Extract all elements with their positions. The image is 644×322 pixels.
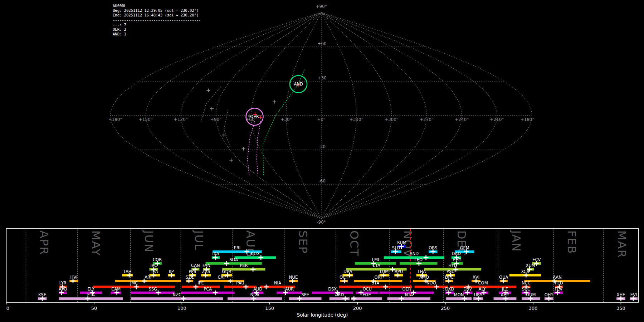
shower-code-label: XHE xyxy=(617,292,625,297)
shower-code-label: LYR xyxy=(59,280,67,286)
map-ra-label: +240° xyxy=(455,117,469,122)
sporadic-meteor-mark xyxy=(273,100,276,104)
shower-code-label: KSE xyxy=(38,292,46,297)
map-dec-label: -30 xyxy=(318,144,326,149)
shower-code-label: GUM xyxy=(526,292,536,297)
matched-meteor-mark xyxy=(258,115,262,119)
shower-code-label: KUM xyxy=(397,240,406,245)
activity-timeline-chart: APRMAYJUNJULAUGSEPOCTNOVDECJANFEBMARKUME… xyxy=(6,229,639,318)
shower-code-label: OCT xyxy=(340,275,348,280)
shower-code-label: IXA xyxy=(212,251,219,256)
x-axis-tick-label: 300 xyxy=(529,306,538,311)
shower-code-label: EGE xyxy=(362,292,371,297)
shower-code-label: ECV xyxy=(532,257,541,262)
shower-code-label: EHY xyxy=(453,257,462,262)
shower-code-label: AVB xyxy=(59,287,67,292)
shower-activity-bar xyxy=(206,262,262,265)
shower-code-label: ALY xyxy=(479,287,486,292)
shower-code-label: IRC xyxy=(150,263,157,268)
shower-activity-bar xyxy=(131,292,175,294)
map-dec-label: +30 xyxy=(317,75,326,80)
separator: --------------------------------------- xyxy=(113,18,201,22)
map-dec-label: -60 xyxy=(318,179,326,184)
observation-info-panel: AU000L Beg: 20251112 12:29:05 (sol = 230… xyxy=(113,4,201,36)
shower-code-label: OCU xyxy=(362,287,372,292)
shower-peak-mark xyxy=(399,296,404,301)
map-meridian xyxy=(321,13,427,219)
map-ra-label: +150° xyxy=(139,117,153,122)
shower-code-label: DPC xyxy=(445,275,454,280)
shower-code-label: CAP xyxy=(218,275,226,280)
month-label: MAY xyxy=(89,230,103,257)
shower-code-label: PCA xyxy=(204,287,212,292)
shower-code-label: SSG xyxy=(149,287,157,292)
shower-activity-bar xyxy=(224,286,257,288)
scene-canvas: +180°+150°+120°+90°+60°+30°+0°+330°+300°… xyxy=(0,0,644,322)
sporadic-meteor-mark xyxy=(222,133,226,137)
shower-code-label: PSU xyxy=(447,269,455,274)
shower-activity-bar xyxy=(235,256,276,259)
count-sporadic: ...: 7 xyxy=(113,23,126,27)
shower-peak-mark xyxy=(224,261,229,266)
shower-code-label: FEV xyxy=(555,287,562,292)
map-ra-label: +300° xyxy=(385,117,399,122)
shower-code-label: SCC xyxy=(522,287,530,292)
month-label: FEB xyxy=(565,230,579,254)
shower-code-label: LUM xyxy=(380,269,389,274)
x-axis-tick-label: 0 xyxy=(6,306,9,311)
session-end: End: 20251112 16:48:43 (sol = 230.20°) xyxy=(113,13,199,17)
shower-code-label: HYD xyxy=(448,263,457,268)
shower-code-label: IEA xyxy=(151,269,158,274)
shower-code-label: JMC xyxy=(130,280,138,286)
month-label: JAN xyxy=(509,230,523,252)
shower-code-label: DAD xyxy=(452,251,461,256)
shower-code-label: LEO xyxy=(414,257,423,262)
shower-code-label: COM xyxy=(478,280,488,286)
shower-code-label: JLE xyxy=(502,287,508,292)
shower-code-label: NDA xyxy=(250,292,259,297)
shower-code-label: DSV xyxy=(463,287,472,292)
shower-code-label: OHY xyxy=(545,292,554,297)
shower-code-label: SZC xyxy=(186,275,194,280)
shower-code-label: AUR xyxy=(285,287,294,292)
shower-code-label: SDA xyxy=(229,257,238,262)
shower-peak-mark xyxy=(228,279,233,283)
x-axis-tick-label: 150 xyxy=(265,306,274,311)
shower-code-label: NUE xyxy=(289,275,298,280)
shower-code-label: XCB xyxy=(521,269,529,274)
map-ra-label: +30° xyxy=(280,117,292,122)
shower-activity-bar xyxy=(131,297,223,300)
shower-code-label: QUA xyxy=(499,275,508,280)
month-label: JUL xyxy=(192,230,206,251)
shower-code-label: TAH xyxy=(123,269,132,274)
shower-activity-bar xyxy=(277,292,302,294)
shower-code-label: ETA xyxy=(87,292,95,297)
shower-activity-bar xyxy=(182,286,220,288)
shower-code-label: FED xyxy=(555,280,563,286)
map-ra-label: +0° xyxy=(317,117,326,122)
shower-activity-bar xyxy=(115,280,181,282)
map-ra-label: +120° xyxy=(174,117,188,122)
shower-code-label: CAN xyxy=(191,263,200,268)
sky-map: +180°+150°+120°+90°+60°+30°+0°+330°+300°… xyxy=(108,4,535,225)
x-axis-tick-label: 200 xyxy=(353,306,362,311)
shower-code-label: LMI xyxy=(372,257,379,262)
radiant-drift-trail xyxy=(248,121,255,175)
shower-code-label: RPU xyxy=(395,269,403,274)
map-ra-label: +90° xyxy=(210,117,221,122)
shower-activity-bar xyxy=(312,292,353,294)
shower-code-label: ARD xyxy=(335,292,344,297)
shower-code-label: PER xyxy=(240,263,248,268)
sporadic-meteor-mark xyxy=(210,107,214,111)
map-ra-label: +210° xyxy=(490,117,504,122)
x-axis-tick-label: 350 xyxy=(616,306,625,311)
shower-peak-mark xyxy=(383,284,388,289)
shower-activity-bar xyxy=(289,297,322,300)
shower-code-label: AMO xyxy=(419,275,429,280)
shower-code-label: ORI xyxy=(375,275,382,280)
shower-code-label: MON xyxy=(454,292,464,297)
shower-peak-mark xyxy=(213,291,218,295)
shower-code-label: IIP xyxy=(169,269,174,274)
session-begin: Beg: 20251112 12:29:05 (sol = 230.02°) xyxy=(113,8,199,13)
shower-code-label: DRA xyxy=(343,269,352,274)
